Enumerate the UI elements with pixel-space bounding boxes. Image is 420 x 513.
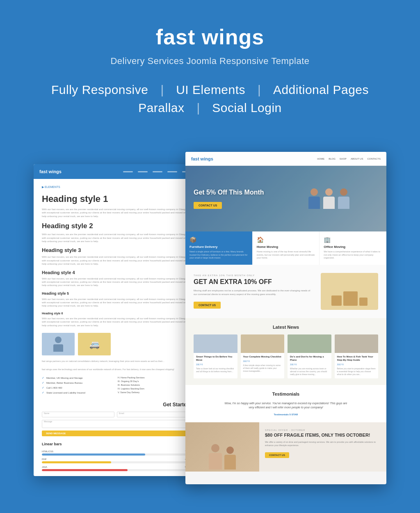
service-icon-1: 📦 bbox=[189, 236, 248, 243]
news-card-1: Smart Things to Do Before You Move JULY … bbox=[194, 334, 237, 378]
news-img-3 bbox=[288, 334, 331, 353]
bottom-promo-tag: SPECIAL OFFER - OCTOBER bbox=[265, 429, 381, 431]
news-img-4 bbox=[335, 334, 379, 353]
news-img-2 bbox=[241, 334, 285, 353]
brand-subtitle: Delivery Services Joomla Responsive Temp… bbox=[8, 56, 412, 66]
bar-track-2 bbox=[42, 461, 189, 463]
news-title-1: Smart Things to Do Before You Move bbox=[196, 355, 235, 362]
news-card-3: Do's and Don'ts for Moving a Piano JULY … bbox=[288, 334, 331, 378]
check-label-3: Call 1 800 400 bbox=[46, 387, 62, 389]
service-icon-2: 🏠 bbox=[257, 236, 315, 243]
bar-name-3: JAVA bbox=[42, 466, 47, 468]
features-row-2: Parallax | Social Login bbox=[8, 101, 412, 115]
news-card-2: Your Complete Moving Checklist JULY 6 A … bbox=[241, 334, 285, 378]
heading-3: Heading style 3 bbox=[42, 247, 189, 253]
ss-promo-image bbox=[321, 273, 378, 310]
para-2: With our fast movers, we are the premier… bbox=[42, 233, 189, 243]
rnav-shop[interactable]: SHOP bbox=[340, 158, 347, 160]
person-torso-2 bbox=[323, 197, 335, 209]
check-label-2: Member, Better Business Bureau bbox=[46, 382, 82, 384]
nav-item-4 bbox=[167, 171, 177, 172]
news-body-3: Do's and Don'ts for Moving a Piano JULY … bbox=[288, 353, 331, 378]
bottom-promo-title: $80 OFF FRAGILE ITEMS, ONLY THIS OCTOBER… bbox=[265, 433, 381, 438]
nav-item-3 bbox=[153, 171, 162, 172]
col-left: ✓ Member, UK Moving and Storage ✓ Member… bbox=[42, 376, 114, 396]
bar-name-1: HTML/CSS bbox=[42, 450, 53, 453]
bottom-promo-text: We offer a variety of on-time and packag… bbox=[265, 440, 381, 447]
service-title-1: Furniture Delivery bbox=[189, 245, 248, 249]
hero-btn[interactable]: CONTACT US bbox=[194, 202, 222, 209]
testimonial-quote: Wow, I'm so happy with your service. You… bbox=[224, 401, 347, 410]
person-left bbox=[209, 444, 222, 469]
check-2: ✓ Member, Better Business Bureau bbox=[42, 381, 114, 385]
box-2 bbox=[343, 291, 358, 306]
promo-tag: TAKE AN EXTRA 10% THIS MONTH ONLY bbox=[194, 274, 313, 277]
rnav-home[interactable]: HOME bbox=[317, 158, 324, 160]
bar-fill-2 bbox=[42, 461, 111, 463]
send-message-btn[interactable]: SEND MESSAGE bbox=[42, 431, 189, 436]
img-2: 🚐 bbox=[78, 333, 111, 355]
bar-fill-1 bbox=[42, 453, 145, 456]
nav-item-1 bbox=[123, 171, 133, 172]
ss-hero-content: Get 5% Off This Month CONTACT US bbox=[194, 188, 264, 208]
hero-section: fast wings Delivery Services Joomla Resp… bbox=[0, 0, 420, 152]
bar-label-1: HTML/CSS 70% bbox=[42, 450, 189, 453]
news-text-4: Before you start to preparation stage th… bbox=[337, 367, 376, 376]
ss-left-logo: fast wings bbox=[39, 169, 62, 174]
ss-testimonials: Testimonials Wow, I'm so happy with your… bbox=[185, 385, 386, 422]
feature-ui-elements: UI Elements bbox=[168, 83, 253, 97]
form-message[interactable]: Message bbox=[42, 420, 189, 428]
form-name[interactable]: Name bbox=[42, 412, 114, 417]
separator-3: | bbox=[193, 101, 204, 115]
box-1 bbox=[331, 295, 342, 306]
ss-promo-content: TAKE AN EXTRA 10% THIS MONTH ONLY GET AN… bbox=[194, 274, 313, 309]
rnav-about[interactable]: ABOUT US bbox=[351, 158, 363, 160]
person-2 bbox=[323, 188, 335, 209]
service-icon-3: 🏢 bbox=[324, 236, 382, 243]
para-4: With our fast movers, we are the premier… bbox=[42, 277, 189, 287]
promo-btn[interactable]: CONTACT US bbox=[194, 302, 221, 309]
couple-visual bbox=[209, 444, 236, 469]
feature-parallax: Parallax bbox=[130, 101, 192, 115]
col-right: H. Home Packing Services III. Ongoing 30… bbox=[118, 376, 189, 396]
service-title-3: Office Moving bbox=[324, 245, 382, 249]
check-label-1: Member, UK Moving and Storage bbox=[46, 377, 83, 379]
ss-hero-banner: Get 5% Off This Month CONTACT US bbox=[185, 166, 386, 231]
check-icon-3: ✓ bbox=[42, 386, 44, 389]
news-heading: Latest News bbox=[194, 325, 378, 330]
ss-get-started: Get Started Name Email Message SEND MESS… bbox=[42, 402, 189, 436]
ss-news-grid: Smart Things to Do Before You Move JULY … bbox=[194, 334, 378, 378]
person-torso-3 bbox=[338, 197, 349, 209]
bar-name-2: PHP bbox=[42, 458, 46, 460]
feature-social-login: Social Login bbox=[204, 101, 290, 115]
boxes-visual bbox=[321, 273, 378, 310]
ss-bottom-content: SPECIAL OFFER - OCTOBER $80 OFF FRAGILE … bbox=[259, 422, 386, 472]
news-text-1: Take a closer look at our moving checkli… bbox=[196, 367, 235, 373]
col-item-4: IV. Logistics Stacking Dom bbox=[118, 387, 189, 390]
person-3 bbox=[338, 188, 349, 209]
news-title-4: How To Move & Fish Tank Your Step-By-Ste… bbox=[337, 355, 376, 362]
check-1: ✓ Member, UK Moving and Storage bbox=[42, 376, 114, 380]
heading-4: Heading style 4 bbox=[42, 270, 189, 275]
news-body-4: How To Move & Fish Tank Your Step-By-Ste… bbox=[335, 353, 379, 378]
col-item-1: H. Home Packing Services bbox=[118, 376, 189, 379]
bottom-promo-btn[interactable]: CONTACT US bbox=[265, 452, 289, 458]
news-title-2: Your Complete Moving Checklist bbox=[243, 355, 282, 359]
ss-caption-1: fast wings partners you on national cons… bbox=[42, 360, 189, 363]
check-label-4: State Licensed and Liability Insured bbox=[46, 392, 85, 394]
person-head-2 bbox=[325, 188, 333, 196]
ss-checklist: ✓ Member, UK Moving and Storage ✓ Member… bbox=[42, 376, 189, 396]
ss-right-header: fast wings HOME BLOG SHOP ABOUT US CONTA… bbox=[185, 152, 386, 166]
news-text-3: Whether you are moving across town or ab… bbox=[290, 367, 329, 376]
main-container: fast wings Delivery Services Joomla Resp… bbox=[0, 0, 420, 492]
rnav-blog[interactable]: BLOG bbox=[329, 158, 336, 160]
brand-title: fast wings bbox=[8, 25, 412, 49]
separator-1: | bbox=[156, 83, 168, 97]
ss-linear-bars: Linear bars HTML/CSS 70% PHP 47% bbox=[42, 442, 189, 471]
form-email[interactable]: Email bbox=[117, 412, 189, 417]
news-body-2: Your Complete Moving Checklist JULY 6 A … bbox=[241, 353, 285, 375]
col-item-5: V. Same Day Delivery bbox=[118, 391, 189, 394]
separator-2: | bbox=[253, 83, 265, 97]
screenshot-right: fast wings HOME BLOG SHOP ABOUT US CONTA… bbox=[185, 152, 386, 484]
rnav-contacts[interactable]: CONTACTS bbox=[367, 158, 381, 160]
